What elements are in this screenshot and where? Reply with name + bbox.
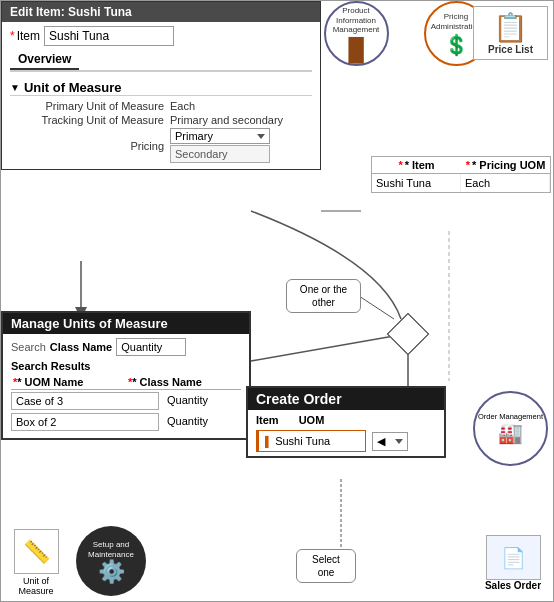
case-of-3-input[interactable]: [11, 392, 159, 410]
sushi-tuna-value: Sushi Tuna: [275, 435, 330, 447]
item-cell: Sushi Tuna: [372, 174, 461, 192]
uom-section-title: ▼ Unit of Measure: [10, 80, 312, 96]
pricing-icon: 💲: [444, 33, 469, 57]
select-one-callout: Select one: [296, 549, 356, 583]
pricing-dropdown-wrap: Primary Secondary: [170, 128, 270, 163]
box-of-2-class: Quantity: [163, 413, 241, 431]
edit-item-panel: Edit Item: Sushi Tuna * Item Overview ▼ …: [1, 1, 321, 170]
class-name-label: Class Name: [50, 341, 112, 353]
table-row: Quantity: [11, 413, 241, 431]
manage-uom-title: Manage Units of Measure: [3, 313, 249, 334]
uom-down-arrow-icon: [395, 439, 403, 444]
required-star: *: [10, 29, 15, 43]
order-management-circle[interactable]: Order Management 🏭: [473, 391, 548, 466]
unit-measure-img: 📏: [14, 529, 59, 574]
sales-order-img: 📄: [486, 535, 541, 580]
create-order-panel: Create Order Item UOM ▌ Sushi Tuna ◀: [246, 386, 446, 458]
create-order-title: Create Order: [248, 388, 444, 410]
tracking-uom-label: Tracking Unit of Measure: [10, 114, 170, 126]
decision-diamond: [387, 313, 429, 355]
dropdown-arrow-icon: [257, 134, 265, 139]
orange-marker: ▌: [265, 436, 272, 447]
svg-line-3: [251, 336, 394, 361]
box-of-2-input[interactable]: [11, 413, 159, 431]
setup-maintenance-circle[interactable]: Setup and Maintenance ⚙️: [76, 526, 146, 596]
svg-line-2: [359, 296, 394, 319]
unit-of-measure-label: Unit of Measure: [6, 576, 66, 596]
product-info-circle[interactable]: Product Information Management ▐▌: [324, 1, 389, 66]
collapse-arrow-icon[interactable]: ▼: [10, 82, 20, 93]
item-input[interactable]: [44, 26, 174, 46]
pricing-uom-cell: Each: [461, 174, 550, 192]
table-header: ** Item ** Pricing UOM: [372, 157, 550, 173]
item-label: Item: [17, 29, 40, 43]
sushi-tuna-cell: ▌ Sushi Tuna: [256, 430, 366, 452]
co-item-col: Item: [256, 414, 279, 426]
tracking-uom-value: Primary and secondary: [170, 114, 283, 126]
search-label: Search: [11, 341, 46, 353]
uom-name-col-header: ** UOM Name: [11, 375, 126, 389]
price-list-label: Price List: [488, 44, 533, 55]
price-list-box[interactable]: 📋 Price List: [473, 6, 548, 60]
co-data-row: ▌ Sushi Tuna ◀: [256, 430, 436, 452]
gear-icon: ⚙️: [98, 559, 125, 585]
item-pricing-uom-table: ** Item ** Pricing UOM Sushi Tuna Each: [371, 156, 551, 193]
edit-item-title: Edit Item: Sushi Tuna: [2, 2, 320, 22]
item-col-header: ** Item: [372, 157, 461, 173]
search-results-title: Search Results: [11, 360, 241, 372]
pricing-secondary-box: Secondary: [170, 145, 270, 163]
unit-of-measure-icon-group[interactable]: 📏 Unit of Measure: [6, 529, 66, 596]
top-circles: Product Information Management ▐▌ Pricin…: [316, 1, 496, 66]
search-input[interactable]: [116, 338, 186, 356]
product-info-text: Product Information Management: [326, 4, 387, 37]
class-name-col-header: ** Class Name: [126, 375, 241, 389]
uom-dropdown-arrow-icon: ◀: [377, 435, 385, 448]
pricing-primary-dropdown[interactable]: Primary: [170, 128, 270, 144]
bottom-icons: 📏 Unit of Measure Setup and Maintenance …: [6, 526, 146, 596]
order-mgmt-icon: 🏭: [498, 421, 523, 445]
co-uom-col: UOM: [299, 414, 325, 426]
order-mgmt-label: Order Management: [478, 412, 543, 421]
results-header: ** UOM Name ** Class Name: [11, 375, 241, 390]
price-list-icon: 📋: [493, 11, 528, 44]
sales-order-group[interactable]: 📄 Sales Order: [478, 535, 548, 591]
pricing-uom-col-header: ** Pricing UOM: [461, 157, 550, 173]
uom-dropdown[interactable]: ◀: [372, 432, 408, 451]
one-or-other-callout: One or the other: [286, 279, 361, 313]
primary-uom-label: Primary Unit of Measure: [10, 100, 170, 112]
manage-uom-panel: Manage Units of Measure Search Class Nam…: [1, 311, 251, 440]
primary-uom-value: Each: [170, 100, 195, 112]
table-data-row: Sushi Tuna Each: [372, 173, 550, 192]
sales-order-label: Sales Order: [485, 580, 541, 591]
product-info-circle-item[interactable]: Product Information Management ▐▌: [316, 1, 396, 66]
case-of-3-class: Quantity: [163, 392, 241, 410]
pricing-label: Pricing: [10, 140, 170, 152]
pricing-primary-value: Primary: [175, 130, 213, 142]
table-row: Quantity: [11, 392, 241, 410]
setup-maintenance-label: Setup and Maintenance: [81, 540, 141, 559]
barcode-icon: ▐▌: [340, 37, 371, 63]
co-header: Item UOM: [256, 414, 436, 426]
overview-tab[interactable]: Overview: [10, 50, 79, 70]
